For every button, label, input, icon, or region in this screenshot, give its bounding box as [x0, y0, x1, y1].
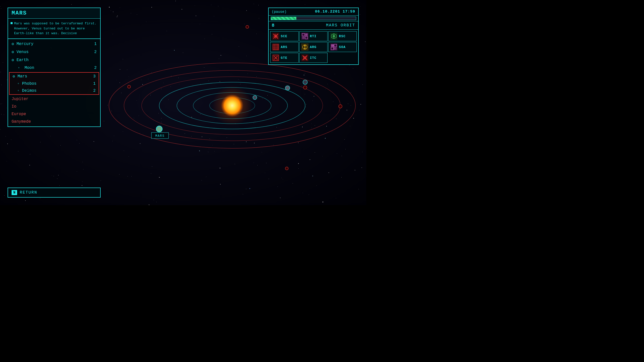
svg-point-26 [250, 188, 250, 189]
planet-count-venus: 2 [94, 50, 97, 54]
planet-name-io: Io [12, 104, 97, 109]
action-itc[interactable]: ITC [299, 53, 328, 63]
svg-point-39 [333, 35, 335, 37]
planet-description: Mars was supposed to be terraformed firs… [8, 19, 100, 39]
svg-rect-59 [334, 47, 337, 50]
desc-text: Mars was supposed to be terraformed firs… [14, 21, 97, 36]
planet-name-mars: Mars [18, 74, 93, 79]
soa-icon [330, 43, 337, 51]
gte-label: GTE [281, 56, 287, 60]
planet-name-earth: Earth [17, 58, 97, 62]
return-key: N [12, 190, 17, 195]
svg-point-18 [246, 25, 249, 28]
svg-point-8 [221, 94, 244, 117]
gte-icon [272, 54, 279, 61]
planet-name-jupiter: Jupiter [12, 97, 97, 101]
planet-list: ⊙ Mercury 1 ⊙ Venus 2 ⊙ Earth ◦ Moon 2 ⊙… [8, 39, 100, 126]
planet-name-europe: Europe [12, 112, 97, 116]
planet-icon-moon: ◦ [16, 66, 20, 70]
orbit-info: 8 MARS ORBIT [269, 21, 358, 30]
rsc-icon [330, 33, 337, 40]
mars-group: ⊙ Mars 3 ◦ Phobos 1 ◦ Deimos 2 [9, 72, 99, 95]
svg-point-23 [325, 138, 326, 139]
planet-count-phobos: 1 [93, 81, 96, 86]
right-panel: (pause) 06.10.2201 17:59 8 MARS ORBIT [268, 8, 359, 65]
planet-icon-venus: ⊙ [12, 50, 14, 55]
svg-point-25 [312, 176, 313, 176]
ars-label: ARS [281, 45, 287, 49]
soa-label: SOA [339, 45, 345, 49]
action-soa[interactable]: SOA [328, 42, 357, 52]
orbit-number: 8 [272, 23, 274, 28]
list-item-deimos[interactable]: ◦ Deimos 2 [10, 87, 99, 94]
left-panel: MARS Mars was supposed to be terraformed… [8, 8, 101, 127]
planet-count-moon: 2 [92, 66, 97, 70]
svg-rect-56 [331, 44, 334, 47]
planet-icon-earth: ⊙ [12, 58, 14, 63]
planet-icon-mercury: ⊙ [12, 41, 14, 47]
action-ars[interactable]: ARS [270, 42, 299, 52]
orbit-label: MARS ORBIT [326, 23, 355, 28]
svg-point-9 [253, 96, 257, 100]
svg-point-22 [199, 151, 200, 151]
game-datetime: 06.10.2201 17:59 [315, 10, 355, 14]
svg-point-15 [303, 86, 307, 89]
planet-name-moon: Moon [23, 66, 92, 70]
planet-name-venus: Venus [17, 50, 94, 54]
sce-label: SCE [281, 34, 287, 38]
action-arg[interactable]: ARG [299, 42, 328, 52]
game-date: 06.10.2201 [315, 10, 340, 14]
planet-name-mercury: Mercury [17, 42, 94, 46]
list-item-mars[interactable]: ⊙ Mars 3 [10, 73, 99, 80]
right-header: (pause) 06.10.2201 17:59 [269, 8, 358, 16]
arg-label: ARG [310, 45, 316, 49]
action-rti[interactable]: RTI [299, 31, 328, 41]
svg-rect-54 [304, 48, 305, 49]
planet-name-deimos: Deimos [22, 88, 93, 93]
planet-count-deimos: 2 [93, 88, 96, 93]
progress-bar-section [269, 16, 358, 21]
action-sce[interactable]: SCE [270, 31, 299, 41]
game-time: 17:59 [343, 10, 355, 14]
planet-name-phobos: Phobos [22, 81, 93, 86]
svg-rect-34 [305, 33, 308, 36]
list-item-io[interactable]: Io [8, 103, 100, 110]
svg-point-10 [285, 86, 290, 90]
action-rsc[interactable]: RSC [328, 31, 357, 41]
svg-rect-42 [272, 44, 279, 50]
planet-icon-deimos: ◦ [17, 88, 20, 93]
svg-point-19 [285, 167, 288, 170]
itc-icon [301, 54, 308, 61]
action-gte[interactable]: GTE [270, 53, 299, 63]
list-item-moon[interactable]: ◦ Moon 2 [8, 64, 100, 72]
planet-count-mercury: 1 [94, 42, 97, 46]
pause-status[interactable]: (pause) [272, 10, 287, 14]
progress-bar [271, 17, 356, 20]
svg-point-12 [156, 126, 162, 132]
progress-fill [271, 17, 296, 20]
svg-text:MARS: MARS [155, 134, 165, 138]
rsc-label: RSC [339, 34, 345, 38]
list-item-europe[interactable]: Europe [8, 110, 100, 118]
list-item-phobos[interactable]: ◦ Phobos 1 [10, 80, 99, 87]
arg-icon [301, 43, 308, 51]
action-grid: SCE RTI [269, 30, 358, 64]
return-button[interactable]: N RETURN [8, 188, 101, 198]
ars-icon [272, 43, 279, 51]
sce-icon [272, 33, 279, 40]
rti-label: RTI [310, 34, 316, 38]
list-item-jupiter[interactable]: Jupiter [8, 95, 100, 103]
rti-icon [301, 33, 308, 40]
list-item-ganymede[interactable]: Ganymede [8, 118, 100, 125]
svg-point-11 [303, 80, 307, 84]
desc-indicator [11, 22, 13, 24]
svg-point-20 [128, 85, 131, 88]
list-item-venus[interactable]: ⊙ Venus 2 [8, 48, 100, 56]
svg-point-53 [304, 45, 306, 47]
planet-count-mars: 3 [93, 74, 96, 79]
planet-name: MARS [12, 10, 97, 16]
itc-label: ITC [310, 56, 316, 60]
list-item-earth[interactable]: ⊙ Earth [8, 56, 100, 64]
svg-point-16 [339, 105, 342, 108]
list-item-mercury[interactable]: ⊙ Mercury 1 [8, 40, 100, 48]
